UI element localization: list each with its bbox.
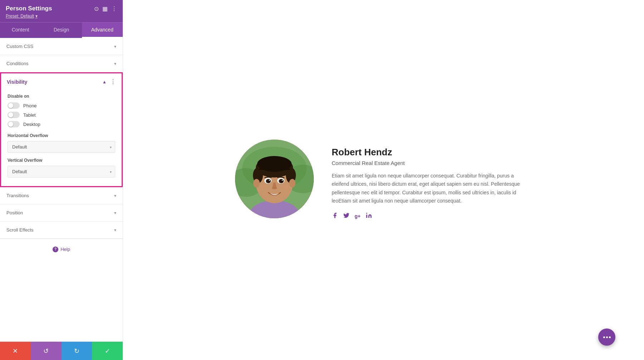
disable-on-label: Disable on: [8, 94, 115, 99]
custom-css-header[interactable]: Custom CSS ▾: [0, 38, 123, 55]
transitions-title: Transitions: [6, 193, 29, 198]
tab-content[interactable]: Content: [0, 23, 41, 38]
scroll-effects-chevron: ▾: [114, 228, 116, 233]
transitions-header[interactable]: Transitions ▾: [0, 187, 123, 204]
position-header[interactable]: Position ▾: [0, 204, 123, 221]
more-icon[interactable]: ⋮: [111, 5, 117, 12]
position-section: Position ▾: [0, 204, 123, 222]
layout-icon[interactable]: ▦: [102, 5, 108, 12]
scroll-effects-header[interactable]: Scroll Effects ▾: [0, 222, 123, 238]
position-title: Position: [6, 210, 23, 215]
toggle-row-tablet: Tablet: [8, 112, 115, 118]
cancel-icon: ✕: [13, 347, 18, 355]
svg-point-23: [282, 185, 289, 189]
conditions-chevron: ▾: [114, 61, 116, 66]
person-role: Commercial Real Estate Agent: [332, 160, 532, 166]
toggle-row-desktop: Desktop: [8, 121, 115, 127]
svg-point-22: [260, 185, 267, 189]
horizontal-overflow-label: Horizontal Overflow: [8, 133, 115, 138]
transitions-chevron: ▾: [114, 193, 116, 198]
phone-label: Phone: [23, 103, 37, 108]
fab-button[interactable]: [598, 329, 615, 346]
tabs-bar: Content Design Advanced: [0, 22, 123, 38]
sidebar: Person Settings ⊙ ▦ ⋮ Preset: Default ▾ …: [0, 0, 123, 360]
visibility-section: Visibility ▲ ⋮ Disable on Phone Tablet: [0, 72, 123, 187]
scroll-effects-section: Scroll Effects ▾: [0, 222, 123, 239]
svg-point-25: [366, 213, 367, 214]
conditions-header[interactable]: Conditions ▾: [0, 55, 123, 72]
position-chevron: ▾: [114, 210, 116, 215]
visibility-title: Visibility: [7, 79, 27, 85]
conditions-title: Conditions: [6, 61, 28, 66]
svg-point-21: [272, 187, 277, 189]
cancel-button[interactable]: ✕: [0, 342, 31, 360]
undo-icon: ↺: [43, 347, 49, 355]
person-avatar: [235, 140, 314, 218]
fab-dots: [603, 336, 611, 338]
preset-arrow: ▾: [35, 14, 38, 19]
desktop-label: Desktop: [23, 122, 40, 127]
tablet-label: Tablet: [23, 112, 36, 118]
custom-css-section: Custom CSS ▾: [0, 38, 123, 55]
svg-point-16: [269, 180, 270, 181]
googleplus-icon[interactable]: g+: [355, 213, 361, 219]
facebook-icon[interactable]: [332, 212, 338, 220]
phone-toggle[interactable]: [8, 102, 20, 109]
help-section: ? Help: [0, 239, 123, 259]
svg-point-12: [289, 179, 296, 188]
svg-point-20: [282, 180, 283, 181]
tab-advanced[interactable]: Advanced: [82, 23, 123, 38]
sidebar-content: Custom CSS ▾ Conditions ▾ Visibility ▲ ⋮…: [0, 38, 123, 341]
horizontal-overflow-wrapper: Default Visible Hidden Scroll Auto ▾: [8, 141, 115, 153]
redo-icon: ↻: [74, 347, 79, 355]
person-card: Robert Hendz Commercial Real Estate Agen…: [235, 140, 532, 220]
desktop-toggle[interactable]: [8, 121, 20, 127]
scroll-effects-title: Scroll Effects: [6, 227, 34, 233]
help-label: Help: [60, 247, 70, 252]
visibility-header[interactable]: Visibility ▲ ⋮: [1, 73, 122, 90]
custom-css-chevron: ▾: [114, 44, 116, 49]
visibility-more[interactable]: ⋮: [110, 78, 116, 85]
visibility-body: Disable on Phone Tablet Desktop Horizont…: [1, 90, 122, 186]
settings-icon[interactable]: ⊙: [94, 5, 99, 12]
visibility-chevron-up: ▲: [102, 79, 107, 84]
custom-css-title: Custom CSS: [6, 44, 33, 49]
person-info: Robert Hendz Commercial Real Estate Agen…: [332, 140, 532, 220]
header-icons: ⊙ ▦ ⋮: [94, 5, 117, 12]
person-name: Robert Hendz: [332, 147, 532, 158]
help-icon: ?: [53, 247, 58, 252]
bottom-bar: ✕ ↺ ↻ ✓: [0, 341, 123, 360]
save-icon: ✓: [105, 347, 110, 355]
preset-label[interactable]: Preset: Default ▾: [6, 14, 117, 19]
svg-point-11: [253, 179, 260, 188]
main-content: Robert Hendz Commercial Real Estate Agen…: [123, 0, 644, 360]
person-bio: Etiam sit amet ligula non neque ullamcor…: [332, 172, 532, 205]
horizontal-overflow-select[interactable]: Default Visible Hidden Scroll Auto: [8, 141, 115, 153]
save-button[interactable]: ✓: [92, 342, 123, 360]
social-icons: g+: [332, 212, 532, 220]
redo-button[interactable]: ↻: [62, 342, 92, 360]
twitter-icon[interactable]: [343, 212, 350, 220]
visibility-header-right: ▲ ⋮: [102, 78, 116, 85]
sidebar-header: Person Settings ⊙ ▦ ⋮ Preset: Default ▾: [0, 0, 123, 22]
vertical-overflow-wrapper: Default Visible Hidden Scroll Auto ▾: [8, 166, 115, 177]
undo-button[interactable]: ↺: [31, 342, 62, 360]
transitions-section: Transitions ▾: [0, 187, 123, 204]
tablet-toggle[interactable]: [8, 112, 20, 118]
tab-design[interactable]: Design: [41, 23, 82, 38]
linkedin-icon[interactable]: [366, 212, 372, 220]
toggle-row-phone: Phone: [8, 102, 115, 109]
vertical-overflow-label: Vertical Overflow: [8, 158, 115, 163]
help-link[interactable]: ? Help: [53, 247, 70, 252]
conditions-section: Conditions ▾: [0, 55, 123, 72]
vertical-overflow-select[interactable]: Default Visible Hidden Scroll Auto: [8, 166, 115, 177]
sidebar-title: Person Settings: [6, 5, 52, 12]
